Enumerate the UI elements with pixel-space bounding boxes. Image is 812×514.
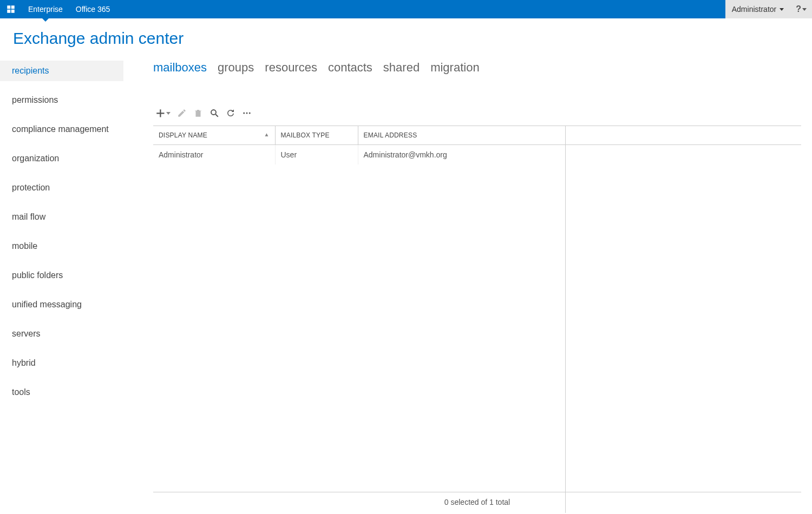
topnav-enterprise-label: Enterprise bbox=[28, 5, 63, 14]
mailboxes-table: DISPLAY NAME▲ MAILBOX TYPE EMAIL ADDRESS… bbox=[153, 126, 801, 164]
svg-point-7 bbox=[246, 113, 248, 114]
sort-asc-icon: ▲ bbox=[264, 131, 269, 137]
sidebar-item-unified-messaging[interactable]: unified messaging bbox=[0, 294, 123, 315]
topnav-enterprise[interactable]: Enterprise bbox=[22, 0, 69, 18]
toolbar bbox=[153, 108, 801, 118]
sidebar-item-label: organization bbox=[12, 154, 59, 163]
svg-point-4 bbox=[211, 110, 216, 115]
sidebar-item-hybrid[interactable]: hybrid bbox=[0, 353, 123, 373]
tab-label: groups bbox=[218, 61, 254, 74]
tab-shared[interactable]: shared bbox=[383, 61, 420, 75]
sidebar-item-label: tools bbox=[12, 387, 30, 397]
sidebar-item-mobile[interactable]: mobile bbox=[0, 236, 123, 256]
sidebar-item-mail-flow[interactable]: mail flow bbox=[0, 207, 123, 227]
tab-label: contacts bbox=[328, 61, 372, 74]
sidebar-item-label: servers bbox=[12, 329, 40, 338]
help-icon: ? bbox=[796, 4, 801, 14]
sidebar-item-public-folders[interactable]: public folders bbox=[0, 265, 123, 286]
topnav-office365-label: Office 365 bbox=[76, 5, 110, 14]
search-button[interactable] bbox=[209, 108, 219, 118]
sidebar-item-label: compliance management bbox=[12, 124, 109, 134]
sidebar-item-label: unified messaging bbox=[12, 300, 82, 309]
trash-icon bbox=[193, 108, 203, 118]
svg-line-5 bbox=[215, 114, 218, 117]
new-button[interactable] bbox=[155, 108, 171, 118]
sidebar-item-recipients[interactable]: recipients bbox=[0, 61, 123, 81]
svg-rect-3 bbox=[11, 10, 15, 13]
help-menu[interactable]: ? bbox=[790, 0, 812, 18]
col-label: EMAIL ADDRESS bbox=[364, 131, 417, 139]
svg-rect-2 bbox=[7, 10, 10, 13]
sidebar-item-label: hybrid bbox=[12, 358, 36, 367]
tab-label: resources bbox=[265, 61, 317, 74]
svg-point-8 bbox=[249, 113, 251, 114]
sidebar-item-label: public folders bbox=[12, 271, 63, 280]
chevron-down-icon bbox=[802, 8, 807, 11]
tab-label: shared bbox=[383, 61, 420, 74]
table-container: DISPLAY NAME▲ MAILBOX TYPE EMAIL ADDRESS… bbox=[153, 126, 801, 513]
sidebar-item-label: permissions bbox=[12, 95, 58, 104]
sidebar-item-label: mail flow bbox=[12, 212, 45, 221]
svg-rect-1 bbox=[11, 5, 15, 9]
user-menu-label: Administrator bbox=[732, 5, 776, 14]
cell-email: Administrator@vmkh.org bbox=[364, 150, 447, 159]
tab-label: mailboxes bbox=[153, 61, 207, 74]
col-display-name[interactable]: DISPLAY NAME▲ bbox=[153, 126, 275, 145]
pencil-icon bbox=[177, 108, 187, 118]
sidebar-item-protection[interactable]: protection bbox=[0, 177, 123, 198]
tab-migration[interactable]: migration bbox=[430, 61, 479, 75]
page-title: Exchange admin center bbox=[13, 29, 799, 48]
office-logo-icon[interactable] bbox=[0, 0, 22, 18]
content-area: mailboxes groups resources contacts shar… bbox=[123, 61, 812, 513]
delete-button[interactable] bbox=[193, 108, 203, 118]
col-email-address[interactable]: EMAIL ADDRESS bbox=[358, 126, 565, 145]
sidebar-item-permissions[interactable]: permissions bbox=[0, 90, 123, 110]
sidebar-item-tools[interactable]: tools bbox=[0, 382, 123, 403]
cell-display-name: Administrator bbox=[159, 150, 203, 159]
ellipsis-icon bbox=[242, 108, 252, 118]
plus-icon bbox=[155, 108, 165, 118]
col-label: MAILBOX TYPE bbox=[281, 131, 330, 139]
col-mailbox-type[interactable]: MAILBOX TYPE bbox=[275, 126, 358, 145]
table-header-row: DISPLAY NAME▲ MAILBOX TYPE EMAIL ADDRESS bbox=[153, 126, 801, 145]
tab-label: migration bbox=[430, 61, 479, 74]
svg-rect-0 bbox=[7, 5, 10, 9]
title-bar: Exchange admin center bbox=[0, 18, 812, 61]
sidebar-item-label: protection bbox=[12, 183, 50, 192]
tab-contacts[interactable]: contacts bbox=[328, 61, 372, 75]
selection-status: 0 selected of 1 total bbox=[153, 491, 801, 513]
search-icon bbox=[209, 108, 219, 118]
chevron-down-icon bbox=[166, 112, 171, 115]
main-area: recipients permissions compliance manage… bbox=[0, 61, 812, 513]
top-nav: Enterprise Office 365 bbox=[22, 0, 116, 18]
cell-mailbox-type: User bbox=[281, 150, 297, 159]
col-detail bbox=[565, 126, 801, 145]
refresh-button[interactable] bbox=[226, 108, 235, 118]
edit-button[interactable] bbox=[177, 108, 187, 118]
top-bar: Enterprise Office 365 Administrator ? bbox=[0, 0, 812, 18]
tabs: mailboxes groups resources contacts shar… bbox=[153, 61, 801, 75]
sidebar-item-servers[interactable]: servers bbox=[0, 324, 123, 344]
sidebar: recipients permissions compliance manage… bbox=[0, 61, 123, 513]
table-row[interactable]: Administrator User Administrator@vmkh.or… bbox=[153, 145, 801, 165]
user-menu[interactable]: Administrator bbox=[725, 0, 790, 18]
topnav-office365[interactable]: Office 365 bbox=[69, 0, 117, 18]
tab-groups[interactable]: groups bbox=[218, 61, 254, 75]
svg-point-6 bbox=[243, 113, 245, 114]
col-label: DISPLAY NAME bbox=[159, 131, 207, 139]
sidebar-item-label: mobile bbox=[12, 241, 37, 251]
more-button[interactable] bbox=[242, 108, 252, 118]
sidebar-item-label: recipients bbox=[12, 66, 49, 75]
chevron-down-icon bbox=[780, 8, 784, 11]
tab-mailboxes[interactable]: mailboxes bbox=[153, 61, 207, 75]
refresh-icon bbox=[226, 108, 235, 118]
tab-resources[interactable]: resources bbox=[265, 61, 317, 75]
sidebar-item-compliance-management[interactable]: compliance management bbox=[0, 119, 123, 140]
sidebar-item-organization[interactable]: organization bbox=[0, 148, 123, 169]
